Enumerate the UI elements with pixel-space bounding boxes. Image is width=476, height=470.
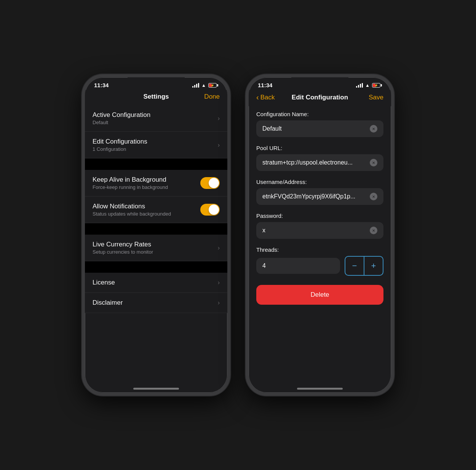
live-currency-item[interactable]: Live Currency Rates Setup currencies to … bbox=[85, 235, 227, 261]
chevron-right-icon: › bbox=[218, 279, 220, 286]
status-time: 11:34 bbox=[94, 82, 109, 88]
password-clear-btn[interactable] bbox=[370, 227, 377, 234]
username-label: Username/Address: bbox=[256, 179, 383, 185]
edit-configurations-item[interactable]: Edit Configurations 1 Configuration › bbox=[85, 132, 227, 158]
edit-form: Configuration Name: Pool URL: Username/A… bbox=[249, 106, 391, 396]
username-clear-btn[interactable] bbox=[370, 193, 377, 200]
back-chevron-icon: ‹ bbox=[256, 93, 259, 102]
separator3 bbox=[85, 261, 227, 273]
battery-icon-2: ⚡ bbox=[372, 83, 382, 88]
back-button[interactable]: ‹ Back bbox=[256, 93, 279, 102]
chevron-right-icon: › bbox=[218, 142, 220, 149]
allow-notifications-item: Allow Notifications Status updates while… bbox=[85, 197, 227, 223]
username-input-container[interactable] bbox=[256, 188, 383, 205]
allow-notifications-title: Allow Notifications bbox=[93, 203, 200, 210]
username-input[interactable] bbox=[262, 193, 370, 200]
pool-url-group: Pool URL: bbox=[249, 140, 391, 174]
live-currency-subtitle: Setup currencies to monitor bbox=[93, 249, 215, 255]
toggle-knob bbox=[209, 205, 219, 215]
settings-title: Settings bbox=[115, 93, 197, 101]
toggle-knob bbox=[209, 178, 219, 188]
notch bbox=[291, 77, 348, 89]
home-indicator bbox=[133, 388, 179, 390]
pool-url-clear-btn[interactable] bbox=[370, 159, 377, 166]
password-label: Password: bbox=[256, 213, 383, 219]
battery-icon: ⚡ bbox=[208, 83, 218, 88]
chevron-right-icon: › bbox=[218, 115, 220, 122]
config-name-label: Configuration Name: bbox=[256, 111, 383, 117]
chevron-right-icon: › bbox=[218, 299, 220, 306]
phone-settings: 11:34 ▲ ⚡ Settings Done bbox=[82, 74, 230, 396]
delete-button[interactable]: Delete bbox=[256, 285, 383, 305]
keep-alive-item: Keep Alive in Background Force-keep runn… bbox=[85, 170, 227, 197]
wifi-icon-2: ▲ bbox=[365, 83, 370, 88]
increment-threads-button[interactable]: + bbox=[364, 257, 383, 275]
notch bbox=[128, 77, 185, 89]
disclaimer-title: Disclaimer bbox=[93, 299, 215, 307]
config-name-group: Configuration Name: bbox=[249, 106, 391, 140]
keep-alive-title: Keep Alive in Background bbox=[93, 176, 200, 184]
separator bbox=[85, 158, 227, 170]
disclaimer-item[interactable]: Disclaimer › bbox=[85, 293, 227, 313]
edit-config-title: Edit Configuration bbox=[279, 94, 361, 101]
wifi-icon: ▲ bbox=[201, 83, 206, 88]
home-indicator-2 bbox=[297, 388, 343, 390]
password-group: Password: bbox=[249, 208, 391, 242]
decrement-threads-button[interactable]: − bbox=[345, 257, 364, 275]
keep-alive-subtitle: Force-keep running in background bbox=[93, 184, 200, 190]
allow-notifications-toggle[interactable] bbox=[200, 204, 220, 216]
license-item[interactable]: License › bbox=[85, 273, 227, 293]
status-icons: ▲ ⚡ bbox=[192, 83, 218, 88]
delete-button-label: Delete bbox=[310, 291, 329, 298]
active-config-title: Active Configuration bbox=[93, 111, 215, 119]
threads-group: Threads: − + bbox=[249, 242, 391, 277]
threads-input-container[interactable] bbox=[256, 258, 340, 274]
signal-icon bbox=[192, 83, 199, 88]
save-button[interactable]: Save bbox=[361, 94, 383, 101]
threads-label: Threads: bbox=[256, 246, 383, 253]
allow-notifications-subtitle: Status updates while backgrounded bbox=[93, 211, 200, 217]
username-group: Username/Address: bbox=[249, 174, 391, 208]
edit-config-nav-bar: ‹ Back Edit Configuration Save bbox=[249, 90, 391, 106]
threads-row: − + bbox=[256, 256, 383, 276]
threads-input[interactable] bbox=[262, 262, 334, 269]
password-input[interactable] bbox=[262, 227, 370, 234]
active-config-subtitle: Default bbox=[93, 120, 215, 125]
settings-nav-bar: Settings Done bbox=[85, 90, 227, 105]
status-icons-2: ▲ ⚡ bbox=[356, 83, 382, 88]
keep-alive-toggle[interactable] bbox=[200, 177, 220, 189]
pool-url-input[interactable] bbox=[262, 159, 370, 166]
status-time-2: 11:34 bbox=[258, 82, 272, 88]
config-name-clear-btn[interactable] bbox=[370, 125, 377, 133]
edit-config-subtitle: 1 Configuration bbox=[93, 146, 215, 152]
settings-list: Active Configuration Default › Edit Conf… bbox=[85, 105, 227, 313]
signal-icon-2 bbox=[356, 83, 363, 88]
config-name-input-container[interactable] bbox=[256, 120, 383, 137]
config-name-input[interactable] bbox=[262, 125, 370, 132]
active-configuration-item[interactable]: Active Configuration Default › bbox=[85, 105, 227, 132]
license-title: License bbox=[93, 279, 215, 286]
phone-edit-config: 11:34 ▲ ⚡ ‹ Back Edit Configuration bbox=[246, 74, 394, 396]
done-button[interactable]: Done bbox=[197, 93, 220, 101]
chevron-right-icon: › bbox=[218, 245, 220, 251]
live-currency-title: Live Currency Rates bbox=[93, 241, 215, 248]
password-input-container[interactable] bbox=[256, 222, 383, 239]
pool-url-label: Pool URL: bbox=[256, 145, 383, 151]
edit-config-title: Edit Configurations bbox=[93, 138, 215, 145]
separator2 bbox=[85, 223, 227, 235]
threads-controls: − + bbox=[345, 256, 383, 276]
pool-url-input-container[interactable] bbox=[256, 154, 383, 171]
